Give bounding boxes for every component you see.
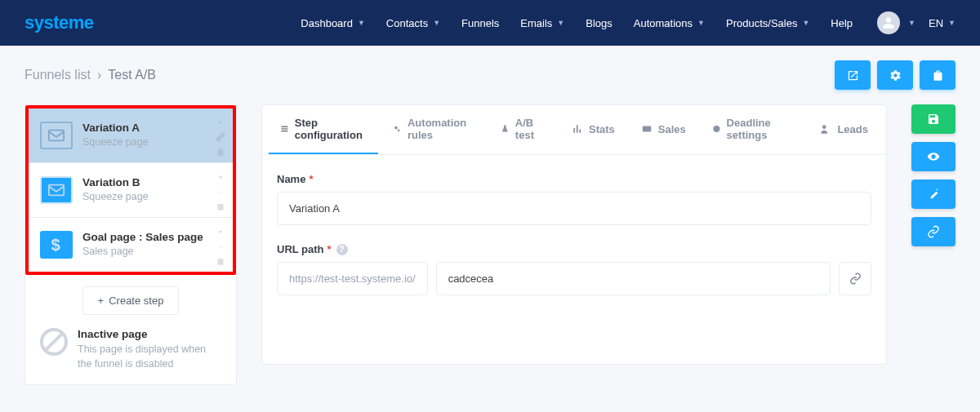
trash-icon[interactable] bbox=[215, 255, 226, 267]
eye-icon bbox=[927, 150, 940, 163]
user-icon bbox=[882, 16, 895, 29]
tab-deadline[interactable]: Deadline settings bbox=[701, 105, 806, 154]
step-subtitle: Sales page bbox=[82, 246, 203, 257]
tab-automation-rules[interactable]: Automation rules bbox=[381, 105, 486, 154]
settings-button[interactable] bbox=[877, 60, 913, 90]
step-controls bbox=[215, 171, 226, 212]
nav-blogs[interactable]: Blogs bbox=[577, 11, 621, 36]
url-path-input[interactable] bbox=[436, 262, 831, 295]
svg-rect-2 bbox=[49, 185, 64, 196]
gear-icon bbox=[889, 69, 902, 82]
shop-button[interactable] bbox=[920, 60, 956, 90]
preview-button[interactable] bbox=[911, 142, 956, 171]
create-step-button[interactable]: + Create step bbox=[82, 286, 180, 315]
tab-step-configuration[interactable]: Step configuration bbox=[269, 105, 378, 154]
link-icon[interactable] bbox=[215, 241, 226, 252]
trash-icon[interactable] bbox=[215, 201, 226, 212]
nav-help[interactable]: Help bbox=[822, 11, 861, 36]
url-label: URL path* ? bbox=[277, 243, 871, 255]
cog-icon[interactable] bbox=[215, 171, 226, 183]
cog-icon[interactable] bbox=[215, 117, 226, 128]
save-icon bbox=[927, 113, 940, 126]
share-link-button[interactable] bbox=[911, 217, 956, 246]
name-field: Name* bbox=[277, 173, 871, 225]
url-row: https://test-test.systeme.io/ bbox=[277, 262, 871, 295]
step-subtitle: Squeeze page bbox=[82, 191, 149, 202]
tab-leads[interactable]: Leads bbox=[808, 105, 880, 154]
tab-ab-test[interactable]: A/B test bbox=[489, 105, 557, 154]
link-icon bbox=[927, 225, 940, 238]
svg-point-6 bbox=[394, 126, 398, 130]
highlight-annotation: Variation A Squeeze page Variation B bbox=[25, 105, 236, 275]
tab-label: Deadline settings bbox=[727, 117, 795, 141]
nav-help-label: Help bbox=[831, 17, 853, 29]
svg-rect-8 bbox=[643, 126, 652, 132]
breadcrumb-root[interactable]: Funnels list bbox=[24, 68, 91, 82]
nav-products[interactable]: Products/Sales▼ bbox=[718, 11, 817, 36]
nav-dashboard[interactable]: Dashboard▼ bbox=[292, 11, 373, 36]
tab-bar: Step configuration Automation rules A/B … bbox=[262, 105, 886, 155]
url-label-text: URL path bbox=[277, 243, 324, 255]
svg-rect-0 bbox=[49, 131, 64, 141]
trash-icon[interactable] bbox=[215, 146, 226, 157]
card-icon bbox=[641, 123, 653, 135]
help-icon[interactable]: ? bbox=[336, 244, 348, 255]
right-rail bbox=[911, 104, 956, 246]
tab-label: A/B test bbox=[515, 117, 546, 141]
svg-point-7 bbox=[398, 129, 400, 131]
chevron-down-icon: ▼ bbox=[948, 19, 956, 27]
link-icon[interactable] bbox=[215, 131, 226, 143]
external-link-icon bbox=[847, 69, 859, 82]
shopping-bag-icon bbox=[932, 69, 944, 82]
chevron-down-icon: ▼ bbox=[908, 19, 915, 27]
step-text: Goal page : Sales page Sales page bbox=[82, 231, 203, 257]
nav-funnels[interactable]: Funnels bbox=[453, 11, 507, 36]
top-bar: systeme Dashboard▼ Contacts▼ Funnels Ema… bbox=[0, 0, 980, 46]
step-text: Variation A Squeeze page bbox=[82, 122, 149, 148]
step-text: Variation B Squeeze page bbox=[82, 176, 149, 202]
page-top-row: Funnels list › Test A/B bbox=[24, 60, 956, 90]
top-nav: Dashboard▼ Contacts▼ Funnels Emails▼ Blo… bbox=[292, 11, 956, 36]
nav-emails-label: Emails bbox=[520, 17, 552, 29]
save-button[interactable] bbox=[911, 104, 956, 134]
clock-icon bbox=[712, 123, 721, 135]
breadcrumb-current: Test A/B bbox=[108, 68, 156, 82]
nav-contacts[interactable]: Contacts▼ bbox=[378, 11, 448, 36]
logo: systeme bbox=[24, 12, 94, 33]
chevron-down-icon: ▼ bbox=[358, 19, 365, 27]
step-item-variation-a[interactable]: Variation A Squeeze page bbox=[29, 109, 233, 163]
nav-automations-label: Automations bbox=[634, 17, 693, 29]
nav-emails[interactable]: Emails▼ bbox=[512, 11, 572, 36]
svg-point-10 bbox=[822, 125, 826, 129]
flask-icon bbox=[501, 123, 510, 135]
name-input[interactable] bbox=[277, 192, 871, 225]
link-icon[interactable] bbox=[215, 186, 226, 197]
nav-funnels-label: Funnels bbox=[461, 17, 499, 29]
tab-stats[interactable]: Stats bbox=[560, 105, 626, 154]
chevron-down-icon: ▼ bbox=[433, 19, 440, 27]
url-field: URL path* ? https://test-test.systeme.io… bbox=[277, 243, 871, 295]
page-content: Funnels list › Test A/B bbox=[0, 46, 980, 400]
step-item-variation-b[interactable]: Variation B Squeeze page bbox=[29, 163, 233, 218]
avatar[interactable] bbox=[877, 11, 900, 34]
svg-point-1 bbox=[219, 121, 222, 124]
page-action-buttons bbox=[835, 60, 956, 90]
step-title: Variation A bbox=[82, 122, 149, 134]
magic-wand-icon bbox=[927, 188, 940, 201]
step-item-goal-page[interactable]: $ Goal page : Sales page Sales page bbox=[29, 218, 233, 272]
edit-button[interactable] bbox=[911, 179, 956, 209]
copy-link-button[interactable] bbox=[839, 262, 871, 295]
nav-blogs-label: Blogs bbox=[586, 17, 612, 29]
list-icon bbox=[280, 123, 289, 135]
cog-icon[interactable] bbox=[215, 226, 226, 237]
nav-automations[interactable]: Automations▼ bbox=[626, 11, 713, 36]
open-external-button[interactable] bbox=[835, 60, 871, 90]
blocked-icon bbox=[40, 328, 68, 356]
tab-sales[interactable]: Sales bbox=[630, 105, 697, 154]
chevron-down-icon: ▼ bbox=[557, 19, 564, 27]
svg-text:$: $ bbox=[51, 236, 60, 254]
chevron-down-icon: ▼ bbox=[697, 19, 705, 27]
language-label: EN bbox=[929, 17, 943, 29]
inactive-page-block[interactable]: Inactive page This page is displayed whe… bbox=[25, 315, 236, 371]
language-selector[interactable]: EN▼ bbox=[929, 17, 956, 29]
